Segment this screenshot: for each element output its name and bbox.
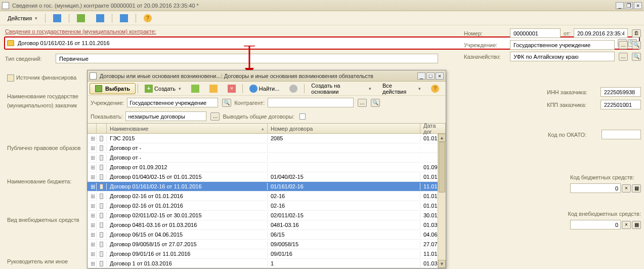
table-row[interactable]: ⊞Договор от - — [88, 143, 446, 153]
list-button[interactable] — [92, 12, 109, 24]
close-button[interactable]: × — [634, 2, 642, 9]
kpp-field[interactable] — [603, 101, 638, 108]
from-label: от: — [564, 30, 571, 36]
treasury-browse-button[interactable]: … — [619, 53, 628, 61]
tab-icon[interactable] — [7, 74, 14, 82]
col-expand[interactable] — [88, 124, 97, 133]
all-actions-button[interactable]: Все действия — [378, 81, 425, 97]
institution-browse-button[interactable]: … — [619, 41, 628, 49]
expand-toggle[interactable]: ⊞ — [88, 144, 97, 152]
dlg-counterparty-field[interactable] — [268, 100, 353, 106]
delete-button[interactable]: × — [223, 83, 240, 95]
minimize-button[interactable]: _ — [616, 2, 624, 9]
scroll-down-button[interactable]: ▼ — [438, 260, 446, 268]
row-icon-cell — [97, 164, 107, 171]
expand-toggle[interactable]: ⊞ — [88, 231, 97, 239]
scroll-up-button[interactable]: ▲ — [438, 134, 446, 142]
expand-toggle[interactable]: ⊞ — [88, 241, 97, 248]
table-row[interactable]: ⊞Договор 0481-03.16 от 01.03.20160481-03… — [88, 220, 446, 230]
table-row[interactable]: ⊞Договор 06/15 от 04.06.201506/1504.06.2… — [88, 230, 446, 240]
expand-toggle[interactable]: ⊞ — [88, 193, 97, 200]
table-row[interactable]: ⊞Договор 02/011/02-15 от 30.01.201502/01… — [88, 211, 446, 220]
document-icon — [100, 174, 103, 180]
dlg-show-field[interactable] — [126, 113, 206, 120]
expand-toggle[interactable]: ⊞ — [88, 202, 97, 210]
table-row[interactable]: ⊞Договор 02-16 от 01.01.201602-1601.01.2… — [88, 201, 446, 211]
table-row[interactable]: ⊞Договор 02-16 от 01.01.201602-1601.01.2… — [88, 191, 446, 201]
dialog-close-button[interactable]: × — [436, 72, 444, 80]
dlg-counterparty-browse-button[interactable]: … — [358, 99, 367, 107]
actions-menu[interactable]: Действия — [3, 13, 42, 23]
expand-toggle[interactable]: ⊞ — [88, 183, 97, 190]
dlg-institution-open-button[interactable]: 🔍 — [222, 99, 231, 107]
dialog-minimize-button[interactable]: _ — [417, 72, 425, 80]
dlg-counterparty-label: Контрагент: — [234, 100, 265, 106]
create-button[interactable]: +Создать — [140, 83, 186, 95]
date-picker-button[interactable]: 🗓 — [632, 29, 641, 37]
expand-toggle[interactable]: ⊞ — [88, 260, 97, 267]
treasury-field[interactable] — [512, 53, 612, 60]
nonbudget-code-clear-button[interactable]: × — [622, 221, 631, 229]
clear-find-button[interactable] — [285, 83, 302, 95]
expand-toggle[interactable]: ⊞ — [88, 250, 97, 258]
find-button[interactable]: Найти... — [245, 83, 284, 95]
scroll-thumb[interactable] — [439, 142, 445, 193]
row-name: Договор от - — [107, 144, 268, 151]
pencil-icon — [209, 85, 218, 93]
col-number[interactable]: Номер договора — [268, 124, 420, 133]
table-row[interactable]: ⊞Договор от 01.09.201201.09.201 — [88, 163, 446, 172]
table-row[interactable]: ⊞ГЭС 2015208501.01.201 — [88, 134, 446, 143]
nav-button[interactable] — [49, 12, 66, 24]
table-row[interactable]: ⊞Договор 1 от 01.03.2016101.03.201 — [88, 259, 446, 268]
expand-toggle[interactable]: ⊞ — [88, 154, 97, 162]
table-row[interactable]: ⊞Договор 01/040/02-15 от 01.01.201501/04… — [88, 172, 446, 182]
go-button[interactable] — [72, 12, 90, 24]
budget-code-calc-button[interactable]: ▦ — [632, 184, 641, 193]
table-row[interactable]: ⊞Договор от - — [88, 153, 446, 163]
dlg-show-browse-button[interactable]: … — [210, 112, 220, 121]
institution-field[interactable] — [512, 42, 612, 49]
dialog-maximize-button[interactable]: □ — [426, 72, 435, 80]
nonbudget-code-field[interactable] — [570, 220, 621, 229]
col-name[interactable]: Наименование▴ — [107, 124, 268, 133]
tab-finance-source[interactable]: Источник финансирова — [16, 74, 76, 81]
select-button[interactable]: Выбрать — [90, 83, 136, 94]
row-name: Договор от 01.09.2012 — [107, 164, 268, 171]
number-field[interactable] — [512, 30, 558, 37]
row-number: 01/040/02-15 — [268, 173, 420, 180]
help-button[interactable]: ? — [139, 12, 156, 24]
expand-toggle[interactable]: ⊞ — [88, 173, 97, 181]
grid-scrollbar[interactable]: ▲ ▼ — [438, 134, 446, 268]
dlg-counterparty-open-button[interactable]: 🔍 — [371, 99, 380, 107]
restore-button[interactable]: ❐ — [625, 2, 633, 9]
info-type-field[interactable] — [56, 54, 438, 63]
expand-toggle[interactable]: ⊞ — [88, 221, 97, 229]
date-field[interactable] — [576, 30, 625, 37]
pencil-button[interactable] — [205, 83, 222, 95]
institution-open-button[interactable]: 🔍 — [632, 41, 641, 49]
row-icon-cell — [97, 251, 107, 257]
number-label: Номер: — [464, 30, 507, 36]
expand-toggle[interactable]: ⊞ — [88, 135, 97, 142]
okato-label: Код по ОКАТО: — [548, 132, 598, 138]
create-based-button[interactable]: Создать на основании — [307, 81, 376, 97]
table-row[interactable]: ⊞Договор 01/161/02-16 от 11.01.201601/16… — [88, 182, 446, 191]
table-row[interactable]: ⊞Договор 09/01/16 от 11.01.201609/01/161… — [88, 249, 446, 259]
budget-code-clear-button[interactable]: × — [622, 184, 631, 193]
col-date[interactable]: Дата дог — [420, 124, 446, 133]
dlg-shared-checkbox[interactable] — [299, 113, 306, 120]
doc-button[interactable] — [115, 12, 133, 24]
dlg-institution-field[interactable] — [127, 100, 218, 106]
inn-field[interactable] — [603, 89, 638, 96]
dialog-help-button[interactable]: ? — [426, 83, 444, 95]
grid-body[interactable]: ⊞ГЭС 2015208501.01.201⊞Договор от -⊞Дого… — [88, 134, 446, 268]
treasury-open-button[interactable]: 🔍 — [632, 53, 641, 61]
edit-button[interactable] — [187, 83, 204, 95]
table-row[interactable]: ⊞Договор 09/0058/15 от 27.07.201509/0058… — [88, 240, 446, 249]
nonbudget-code-calc-button[interactable]: ▦ — [632, 221, 641, 229]
expand-toggle[interactable]: ⊞ — [88, 212, 97, 219]
expand-toggle[interactable]: ⊞ — [88, 164, 97, 171]
okato-field[interactable] — [604, 131, 638, 138]
go-icon — [77, 14, 85, 22]
budget-code-field[interactable] — [570, 183, 621, 193]
